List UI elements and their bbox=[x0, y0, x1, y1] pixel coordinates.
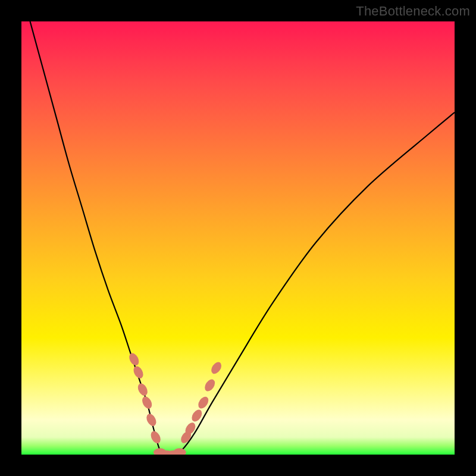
marker-dot bbox=[136, 382, 149, 397]
marker-dot bbox=[203, 377, 217, 393]
bottleneck-curve bbox=[30, 21, 455, 455]
highlighted-points bbox=[127, 352, 224, 455]
chart-stage: TheBottleneck.com bbox=[0, 0, 476, 476]
marker-dot bbox=[149, 430, 162, 445]
marker-dot bbox=[145, 412, 158, 428]
marker-dot bbox=[173, 448, 186, 455]
marker-dot bbox=[140, 395, 154, 411]
watermark-text: TheBottleneck.com bbox=[356, 4, 470, 19]
marker-dot bbox=[131, 365, 145, 380]
marker-dot bbox=[127, 352, 141, 367]
curve-layer bbox=[21, 21, 455, 455]
plot-area bbox=[21, 21, 455, 455]
marker-dot bbox=[209, 360, 224, 375]
